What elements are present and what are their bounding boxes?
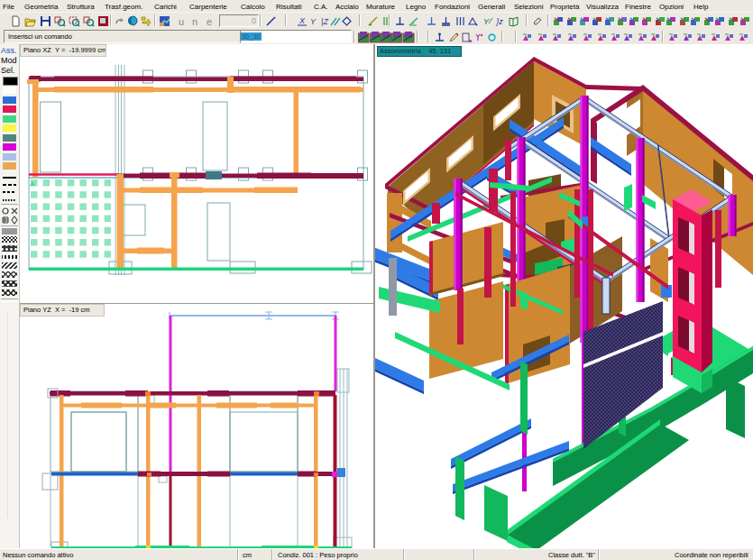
svg-text:u: u xyxy=(179,16,184,27)
svg-text:Y: Y xyxy=(310,17,317,26)
svg-text:Y: Y xyxy=(483,17,490,26)
svg-text:n: n xyxy=(192,16,197,27)
svg-text:e: e xyxy=(207,16,212,27)
svg-text:}z: }z xyxy=(495,17,503,26)
svg-text:X: X xyxy=(298,16,306,25)
svg-text:|Z: |Z xyxy=(321,17,328,26)
